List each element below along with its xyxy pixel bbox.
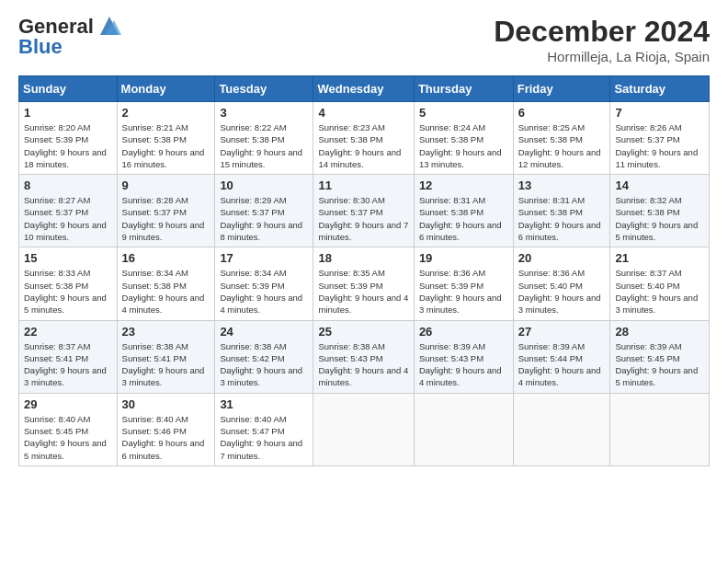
week-row-5: 29Sunrise: 8:40 AMSunset: 5:45 PMDayligh… bbox=[19, 393, 710, 465]
day-info: Sunrise: 8:37 AMSunset: 5:41 PMDaylight:… bbox=[24, 340, 112, 389]
month-title: December 2024 bbox=[494, 15, 710, 49]
day-number: 2 bbox=[122, 106, 210, 120]
calendar-cell: 31Sunrise: 8:40 AMSunset: 5:47 PMDayligh… bbox=[215, 393, 313, 465]
calendar-cell bbox=[313, 393, 414, 465]
day-number: 27 bbox=[518, 325, 606, 339]
day-number: 7 bbox=[615, 106, 704, 120]
calendar-cell: 15Sunrise: 8:33 AMSunset: 5:38 PMDayligh… bbox=[19, 247, 118, 320]
day-number: 16 bbox=[122, 251, 210, 265]
day-info: Sunrise: 8:36 AMSunset: 5:39 PMDaylight:… bbox=[419, 267, 508, 316]
day-number: 18 bbox=[318, 251, 408, 265]
day-number: 12 bbox=[419, 178, 508, 192]
day-info: Sunrise: 8:25 AMSunset: 5:38 PMDaylight:… bbox=[518, 121, 606, 170]
day-number: 14 bbox=[615, 178, 704, 192]
calendar-cell bbox=[414, 393, 513, 465]
day-number: 17 bbox=[220, 251, 308, 265]
logo: General Blue bbox=[18, 15, 123, 59]
header: General Blue December 2024 Hormilleja, L… bbox=[18, 15, 710, 64]
day-number: 5 bbox=[419, 106, 508, 120]
weekday-header-thursday: Thursday bbox=[414, 76, 513, 102]
calendar-cell: 16Sunrise: 8:34 AMSunset: 5:38 PMDayligh… bbox=[117, 247, 215, 320]
day-info: Sunrise: 8:23 AMSunset: 5:38 PMDaylight:… bbox=[318, 121, 408, 170]
day-number: 8 bbox=[24, 178, 112, 192]
day-info: Sunrise: 8:39 AMSunset: 5:43 PMDaylight:… bbox=[419, 340, 508, 389]
day-info: Sunrise: 8:36 AMSunset: 5:40 PMDaylight:… bbox=[518, 267, 606, 316]
calendar-cell: 7Sunrise: 8:26 AMSunset: 5:37 PMDaylight… bbox=[610, 102, 710, 175]
day-number: 10 bbox=[220, 178, 308, 192]
day-info: Sunrise: 8:31 AMSunset: 5:38 PMDaylight:… bbox=[419, 194, 508, 243]
calendar-cell: 1Sunrise: 8:20 AMSunset: 5:39 PMDaylight… bbox=[19, 102, 118, 175]
weekday-header-sunday: Sunday bbox=[19, 76, 118, 102]
day-number: 28 bbox=[615, 325, 704, 339]
day-number: 9 bbox=[122, 178, 210, 192]
calendar-cell bbox=[513, 393, 610, 465]
day-info: Sunrise: 8:24 AMSunset: 5:38 PMDaylight:… bbox=[419, 121, 508, 170]
day-number: 4 bbox=[318, 106, 408, 120]
day-number: 11 bbox=[318, 178, 408, 192]
calendar-cell: 24Sunrise: 8:38 AMSunset: 5:42 PMDayligh… bbox=[215, 320, 313, 393]
day-number: 1 bbox=[24, 106, 112, 120]
calendar-cell: 4Sunrise: 8:23 AMSunset: 5:38 PMDaylight… bbox=[313, 102, 414, 175]
weekday-header-monday: Monday bbox=[117, 76, 215, 102]
day-info: Sunrise: 8:28 AMSunset: 5:37 PMDaylight:… bbox=[122, 194, 210, 243]
day-number: 29 bbox=[24, 397, 112, 411]
calendar-cell: 28Sunrise: 8:39 AMSunset: 5:45 PMDayligh… bbox=[610, 320, 710, 393]
calendar-cell: 22Sunrise: 8:37 AMSunset: 5:41 PMDayligh… bbox=[19, 320, 118, 393]
calendar-cell: 25Sunrise: 8:38 AMSunset: 5:43 PMDayligh… bbox=[313, 320, 414, 393]
day-number: 19 bbox=[419, 251, 508, 265]
day-number: 13 bbox=[518, 178, 606, 192]
day-info: Sunrise: 8:38 AMSunset: 5:43 PMDaylight:… bbox=[318, 340, 408, 389]
day-info: Sunrise: 8:22 AMSunset: 5:38 PMDaylight:… bbox=[220, 121, 308, 170]
day-number: 21 bbox=[615, 251, 704, 265]
calendar-cell: 13Sunrise: 8:31 AMSunset: 5:38 PMDayligh… bbox=[513, 175, 610, 247]
logo-icon bbox=[96, 13, 123, 39]
day-number: 24 bbox=[220, 325, 308, 339]
title-block: December 2024 Hormilleja, La Rioja, Spai… bbox=[494, 15, 710, 64]
day-info: Sunrise: 8:40 AMSunset: 5:46 PMDaylight:… bbox=[122, 413, 210, 462]
calendar-cell: 2Sunrise: 8:21 AMSunset: 5:38 PMDaylight… bbox=[117, 102, 215, 175]
week-row-3: 15Sunrise: 8:33 AMSunset: 5:38 PMDayligh… bbox=[19, 247, 710, 320]
day-number: 6 bbox=[518, 106, 606, 120]
day-number: 30 bbox=[122, 397, 210, 411]
calendar-cell: 18Sunrise: 8:35 AMSunset: 5:39 PMDayligh… bbox=[313, 247, 414, 320]
calendar-cell: 14Sunrise: 8:32 AMSunset: 5:38 PMDayligh… bbox=[610, 175, 710, 247]
calendar-cell: 12Sunrise: 8:31 AMSunset: 5:38 PMDayligh… bbox=[414, 175, 513, 247]
day-info: Sunrise: 8:21 AMSunset: 5:38 PMDaylight:… bbox=[122, 121, 210, 170]
day-info: Sunrise: 8:38 AMSunset: 5:42 PMDaylight:… bbox=[220, 340, 308, 389]
calendar-cell: 29Sunrise: 8:40 AMSunset: 5:45 PMDayligh… bbox=[19, 393, 118, 465]
calendar-cell: 3Sunrise: 8:22 AMSunset: 5:38 PMDaylight… bbox=[215, 102, 313, 175]
calendar-table: SundayMondayTuesdayWednesdayThursdayFrid… bbox=[18, 75, 710, 466]
calendar-cell: 21Sunrise: 8:37 AMSunset: 5:40 PMDayligh… bbox=[610, 247, 710, 320]
day-info: Sunrise: 8:34 AMSunset: 5:38 PMDaylight:… bbox=[122, 267, 210, 316]
day-number: 23 bbox=[122, 325, 210, 339]
calendar-cell: 10Sunrise: 8:29 AMSunset: 5:37 PMDayligh… bbox=[215, 175, 313, 247]
weekday-header-tuesday: Tuesday bbox=[215, 76, 313, 102]
week-row-2: 8Sunrise: 8:27 AMSunset: 5:37 PMDaylight… bbox=[19, 175, 710, 247]
calendar-cell: 20Sunrise: 8:36 AMSunset: 5:40 PMDayligh… bbox=[513, 247, 610, 320]
day-number: 20 bbox=[518, 251, 606, 265]
weekday-header-saturday: Saturday bbox=[610, 76, 710, 102]
calendar-cell: 26Sunrise: 8:39 AMSunset: 5:43 PMDayligh… bbox=[414, 320, 513, 393]
day-info: Sunrise: 8:34 AMSunset: 5:39 PMDaylight:… bbox=[220, 267, 308, 316]
day-number: 25 bbox=[318, 325, 408, 339]
calendar-cell: 23Sunrise: 8:38 AMSunset: 5:41 PMDayligh… bbox=[117, 320, 215, 393]
week-row-4: 22Sunrise: 8:37 AMSunset: 5:41 PMDayligh… bbox=[19, 320, 710, 393]
day-info: Sunrise: 8:32 AMSunset: 5:38 PMDaylight:… bbox=[615, 194, 704, 243]
calendar-cell: 8Sunrise: 8:27 AMSunset: 5:37 PMDaylight… bbox=[19, 175, 118, 247]
day-info: Sunrise: 8:35 AMSunset: 5:39 PMDaylight:… bbox=[318, 267, 408, 316]
weekday-header-friday: Friday bbox=[513, 76, 610, 102]
day-info: Sunrise: 8:37 AMSunset: 5:40 PMDaylight:… bbox=[615, 267, 704, 316]
weekday-header-wednesday: Wednesday bbox=[313, 76, 414, 102]
week-row-1: 1Sunrise: 8:20 AMSunset: 5:39 PMDaylight… bbox=[19, 102, 710, 175]
day-info: Sunrise: 8:31 AMSunset: 5:38 PMDaylight:… bbox=[518, 194, 606, 243]
day-number: 15 bbox=[24, 251, 112, 265]
calendar-cell: 17Sunrise: 8:34 AMSunset: 5:39 PMDayligh… bbox=[215, 247, 313, 320]
calendar-cell: 11Sunrise: 8:30 AMSunset: 5:37 PMDayligh… bbox=[313, 175, 414, 247]
calendar-cell: 5Sunrise: 8:24 AMSunset: 5:38 PMDaylight… bbox=[414, 102, 513, 175]
day-info: Sunrise: 8:29 AMSunset: 5:37 PMDaylight:… bbox=[220, 194, 308, 243]
day-info: Sunrise: 8:38 AMSunset: 5:41 PMDaylight:… bbox=[122, 340, 210, 389]
day-number: 26 bbox=[419, 325, 508, 339]
location-title: Hormilleja, La Rioja, Spain bbox=[494, 49, 710, 64]
day-info: Sunrise: 8:40 AMSunset: 5:45 PMDaylight:… bbox=[24, 413, 112, 462]
calendar-cell bbox=[610, 393, 710, 465]
